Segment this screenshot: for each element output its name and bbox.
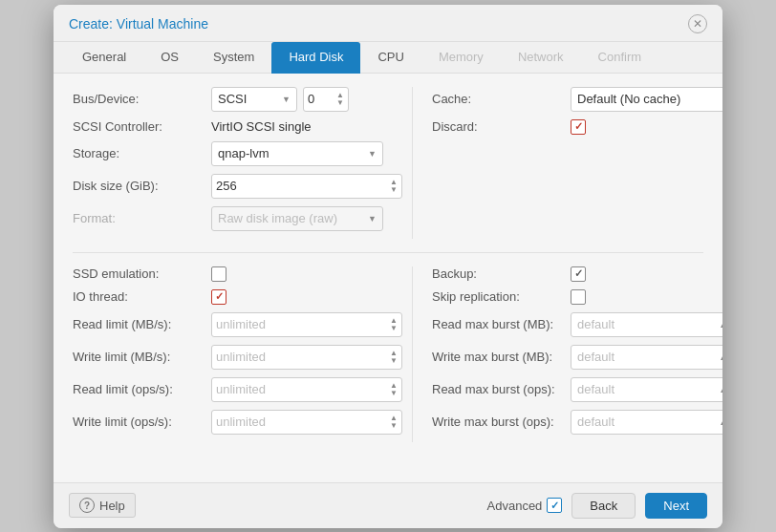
tab-network: Network — [501, 42, 581, 74]
write-max-burst-ops-label: Write max burst (ops): — [432, 415, 571, 429]
write-max-burst-ops-select[interactable]: default ▲▼ — [571, 410, 722, 435]
disk-size-label: Disk size (GiB): — [73, 179, 211, 193]
write-limit-mb-spinner[interactable]: unlimited ▲▼ — [211, 345, 402, 370]
cache-select[interactable]: Default (No cache) ▼ — [571, 87, 722, 112]
skip-replication-checkbox[interactable] — [571, 289, 586, 305]
section-disk-config: Bus/Device: SCSI ▼ 0 ▲▼ — [73, 87, 703, 253]
section-disk-cols: Bus/Device: SCSI ▼ 0 ▲▼ — [73, 87, 703, 239]
backup-row: Backup: — [432, 266, 722, 282]
disk-size-arrows-icon[interactable]: ▲▼ — [390, 179, 398, 194]
advanced-label: Advanced — [487, 499, 543, 513]
read-limit-mb-arrows-icon[interactable]: ▲▼ — [390, 317, 398, 332]
storage-value: qnap-lvm — [218, 146, 269, 160]
help-icon: ? — [79, 498, 95, 513]
bus-device-inputs: SCSI ▼ 0 ▲▼ — [211, 87, 349, 112]
skip-replication-label: Skip replication: — [432, 289, 571, 304]
device-spinner[interactable]: 0 ▲▼ — [303, 87, 349, 112]
read-max-burst-ops-select[interactable]: default ▲▼ — [571, 377, 722, 402]
read-max-burst-mb-value: default — [577, 317, 614, 331]
write-limit-mb-row: Write limit (MB/s): unlimited ▲▼ — [73, 345, 402, 370]
bus-device-row: Bus/Device: SCSI ▼ 0 ▲▼ — [73, 87, 402, 112]
write-max-burst-mb-select[interactable]: default ▲▼ — [571, 345, 722, 370]
content-area: Bus/Device: SCSI ▼ 0 ▲▼ — [54, 74, 722, 482]
write-max-burst-ops-row: Write max burst (ops): default ▲▼ — [432, 410, 722, 435]
back-button[interactable]: Back — [571, 493, 636, 519]
read-max-burst-ops-value: default — [577, 382, 614, 396]
backup-label: Backup: — [432, 266, 571, 281]
footer-right: Advanced Back Next — [487, 493, 707, 519]
advanced-checkbox[interactable] — [547, 498, 562, 513]
read-max-burst-mb-label: Read max burst (MB): — [432, 317, 571, 331]
read-limit-ops-spinner[interactable]: unlimited ▲▼ — [211, 377, 402, 402]
cache-value: Default (No cache) — [577, 92, 680, 106]
read-limit-ops-value: unlimited — [216, 382, 266, 396]
tab-confirm: Confirm — [581, 42, 659, 74]
write-max-burst-mb-row: Write max burst (MB): default ▲▼ — [432, 345, 722, 370]
read-limit-mb-row: Read limit (MB/s): unlimited ▲▼ — [73, 312, 402, 337]
tab-general[interactable]: General — [65, 42, 143, 74]
write-limit-mb-value: unlimited — [216, 350, 266, 364]
read-limit-mb-label: Read limit (MB/s): — [73, 317, 211, 331]
cache-label: Cache: — [432, 92, 571, 106]
write-limit-mb-arrows-icon[interactable]: ▲▼ — [390, 350, 398, 365]
storage-select[interactable]: qnap-lvm ▼ — [211, 141, 383, 166]
read-max-burst-mb-select[interactable]: default ▲▼ — [571, 312, 722, 337]
write-limit-ops-value: unlimited — [216, 415, 266, 429]
discard-checkbox[interactable] — [571, 119, 586, 135]
read-limit-ops-arrows-icon[interactable]: ▲▼ — [390, 382, 398, 397]
dialog-title: Create: Virtual Machine — [69, 16, 208, 32]
dialog: Create: Virtual Machine ✕ General OS Sys… — [54, 5, 722, 528]
write-limit-ops-label: Write limit (ops/s): — [73, 415, 211, 429]
read-max-burst-ops-chevron-icon: ▲▼ — [719, 385, 722, 394]
discard-label: Discard: — [432, 119, 571, 134]
section-limits: SSD emulation: IO thread: Read limit (MB… — [73, 266, 703, 456]
col-left-disk: Bus/Device: SCSI ▼ 0 ▲▼ — [73, 87, 402, 239]
tab-bar: General OS System Hard Disk CPU Memory N… — [54, 42, 722, 74]
col-right-disk: Cache: Default (No cache) ▼ Discard: — [412, 87, 722, 239]
bus-select[interactable]: SCSI ▼ — [211, 87, 297, 112]
read-max-burst-mb-chevron-icon: ▲▼ — [719, 320, 722, 330]
discard-row: Discard: — [432, 119, 722, 135]
help-label: Help — [99, 499, 125, 513]
advanced-wrap: Advanced — [487, 498, 563, 513]
io-thread-label: IO thread: — [73, 289, 211, 304]
tab-system[interactable]: System — [196, 42, 271, 74]
next-button[interactable]: Next — [645, 493, 707, 519]
format-chevron-icon: ▼ — [368, 214, 377, 223]
format-row: Format: Raw disk image (raw) ▼ — [73, 206, 402, 231]
read-max-burst-mb-row: Read max burst (MB): default ▲▼ — [432, 312, 722, 337]
device-value: 0 — [308, 92, 314, 106]
scsi-controller-label: SCSI Controller: — [73, 119, 211, 134]
write-limit-ops-spinner[interactable]: unlimited ▲▼ — [211, 410, 402, 435]
disk-size-value: 256 — [216, 179, 237, 193]
close-icon: ✕ — [693, 17, 702, 31]
tab-os[interactable]: OS — [143, 42, 196, 74]
tab-hard-disk[interactable]: Hard Disk — [271, 42, 360, 74]
io-thread-checkbox[interactable] — [211, 289, 226, 305]
write-max-burst-mb-chevron-icon: ▲▼ — [719, 352, 722, 362]
write-max-burst-ops-value: default — [577, 415, 614, 429]
backup-checkbox[interactable] — [571, 266, 586, 282]
ssd-emulation-label: SSD emulation: — [73, 266, 211, 281]
write-limit-ops-row: Write limit (ops/s): unlimited ▲▼ — [73, 410, 402, 435]
title-bar: Create: Virtual Machine ✕ — [54, 5, 722, 42]
ssd-emulation-checkbox[interactable] — [211, 266, 226, 282]
help-button[interactable]: ? Help — [69, 493, 136, 518]
spinner-arrows-icon[interactable]: ▲▼ — [336, 92, 344, 107]
disk-size-row: Disk size (GiB): 256 ▲▼ — [73, 174, 402, 199]
write-max-burst-mb-value: default — [577, 350, 614, 364]
write-limit-mb-label: Write limit (MB/s): — [73, 350, 211, 364]
read-limit-mb-spinner[interactable]: unlimited ▲▼ — [211, 312, 402, 337]
bus-chevron-icon: ▼ — [282, 95, 291, 104]
storage-row: Storage: qnap-lvm ▼ — [73, 141, 402, 166]
col-left-limits: SSD emulation: IO thread: Read limit (MB… — [73, 266, 402, 442]
write-limit-ops-arrows-icon[interactable]: ▲▼ — [390, 415, 398, 430]
ssd-emulation-row: SSD emulation: — [73, 266, 402, 282]
close-button[interactable]: ✕ — [688, 14, 707, 33]
storage-chevron-icon: ▼ — [368, 149, 377, 159]
tab-cpu[interactable]: CPU — [360, 42, 420, 74]
read-limit-ops-row: Read limit (ops/s): unlimited ▲▼ — [73, 377, 402, 402]
disk-size-spinner[interactable]: 256 ▲▼ — [211, 174, 402, 199]
footer: ? Help Advanced Back Next — [54, 482, 722, 528]
read-max-burst-ops-label: Read max burst (ops): — [432, 382, 571, 396]
